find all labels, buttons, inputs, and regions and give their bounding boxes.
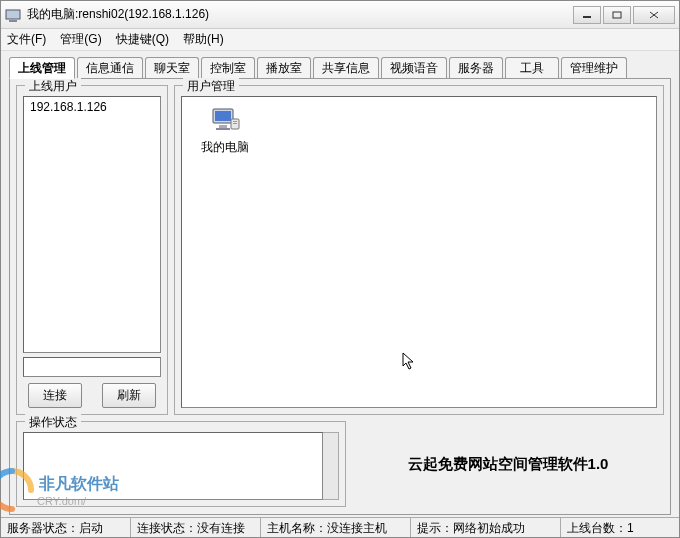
menu-file[interactable]: 文件(F) (7, 31, 46, 48)
tab-bar: 上线管理 信息通信 聊天室 控制室 播放室 共享信息 视频语音 服务器 工具 管… (9, 57, 671, 79)
titlebar[interactable]: 我的电脑:renshi02(192.168.1.126) (1, 1, 679, 29)
computer-label: 我的电脑 (190, 139, 260, 156)
tab-maint[interactable]: 管理维护 (561, 57, 627, 79)
app-window: 我的电脑:renshi02(192.168.1.126) 文件(F) 管理(G)… (0, 0, 680, 538)
maximize-button[interactable] (603, 6, 631, 24)
op-status-text[interactable] (23, 432, 323, 500)
minimize-button[interactable] (573, 6, 601, 24)
svg-rect-1 (9, 20, 17, 22)
svg-rect-0 (6, 10, 20, 19)
svg-rect-9 (216, 128, 230, 130)
tab-play[interactable]: 播放室 (257, 57, 311, 79)
window-controls (571, 6, 675, 24)
svg-rect-11 (233, 121, 237, 122)
online-users-group: 上线用户 192.168.1.126 连接 刷新 (16, 85, 168, 415)
close-button[interactable] (633, 6, 675, 24)
status-hint: 提示：网络初始成功 (411, 518, 561, 537)
menu-shortcut[interactable]: 快捷键(Q) (116, 31, 169, 48)
address-input[interactable] (23, 357, 161, 377)
tab-chat[interactable]: 聊天室 (145, 57, 199, 79)
refresh-button[interactable]: 刷新 (102, 383, 156, 408)
tab-server[interactable]: 服务器 (449, 57, 503, 79)
status-bar: 服务器状态：启动 连接状态：没有连接 主机名称：没连接主机 提示：网络初始成功 … (1, 517, 679, 537)
status-host: 主机名称：没连接主机 (261, 518, 411, 537)
menu-help[interactable]: 帮助(H) (183, 31, 224, 48)
op-status-legend: 操作状态 (25, 414, 81, 431)
svg-rect-7 (215, 111, 231, 121)
status-count: 上线台数：1 (561, 518, 679, 537)
list-item[interactable]: 192.168.1.126 (28, 99, 156, 115)
user-icon-view[interactable]: 我的电脑 (181, 96, 657, 408)
tab-control[interactable]: 控制室 (201, 57, 255, 79)
svg-rect-3 (613, 12, 621, 18)
tab-video[interactable]: 视频语音 (381, 57, 447, 79)
tab-online[interactable]: 上线管理 (9, 57, 75, 79)
status-connection: 连接状态：没有连接 (131, 518, 261, 537)
client-area: 上线管理 信息通信 聊天室 控制室 播放室 共享信息 视频语音 服务器 工具 管… (1, 51, 679, 517)
status-server: 服务器状态：启动 (1, 518, 131, 537)
svg-rect-12 (233, 123, 237, 124)
tab-panel-online: 上线用户 192.168.1.126 连接 刷新 用户管理 (9, 78, 671, 515)
scrollbar[interactable] (323, 432, 339, 500)
computer-icon (209, 105, 241, 137)
connect-button[interactable]: 连接 (28, 383, 82, 408)
app-icon (5, 7, 21, 23)
user-mgmt-legend: 用户管理 (183, 78, 239, 95)
cursor-icon (402, 352, 418, 375)
window-title: 我的电脑:renshi02(192.168.1.126) (27, 6, 571, 23)
computer-item[interactable]: 我的电脑 (190, 105, 260, 156)
user-mgmt-group: 用户管理 我的电脑 (174, 85, 664, 415)
online-users-list[interactable]: 192.168.1.126 (23, 96, 161, 353)
op-status-group: 操作状态 (16, 421, 346, 507)
svg-rect-8 (219, 125, 227, 128)
tab-infocomm[interactable]: 信息通信 (77, 57, 143, 79)
tab-share[interactable]: 共享信息 (313, 57, 379, 79)
menu-manage[interactable]: 管理(G) (60, 31, 101, 48)
menu-bar: 文件(F) 管理(G) 快捷键(Q) 帮助(H) (1, 29, 679, 51)
tab-tools[interactable]: 工具 (505, 57, 559, 79)
brand-text: 云起免费网站空间管理软件1.0 (352, 421, 664, 507)
online-users-legend: 上线用户 (25, 78, 81, 95)
